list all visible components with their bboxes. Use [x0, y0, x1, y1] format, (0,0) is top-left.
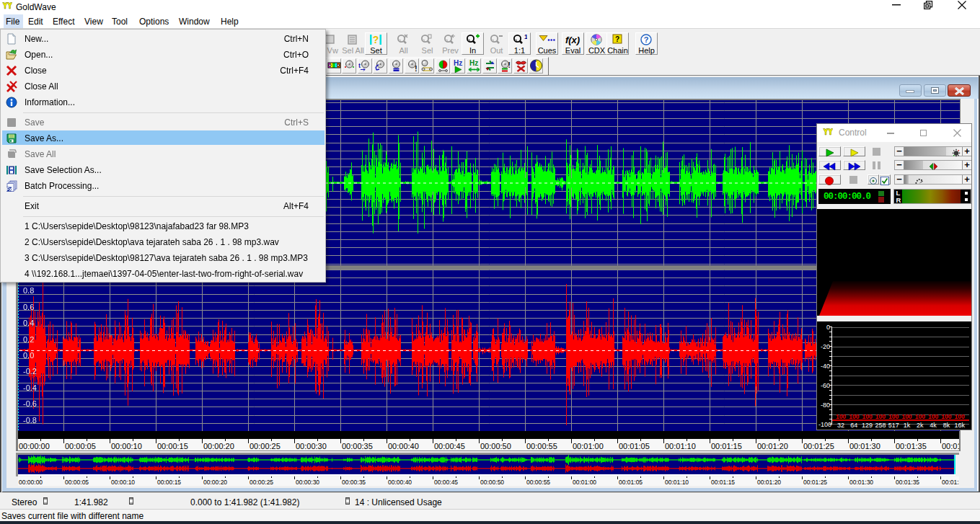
svg-text:!: ! — [508, 61, 511, 69]
svg-text:!: ! — [415, 64, 418, 73]
svg-text:?: ? — [615, 35, 619, 43]
svg-text:t: t — [358, 62, 361, 69]
svg-text:Hz: Hz — [469, 59, 478, 67]
svg-text:?: ? — [644, 35, 649, 44]
svg-text:Hz: Hz — [454, 59, 462, 67]
svg-text:?: ? — [373, 34, 379, 45]
svg-text:1: 1 — [524, 34, 527, 40]
svg-text:f(x): f(x) — [565, 35, 580, 45]
svg-text:Fx: Fx — [6, 187, 12, 192]
